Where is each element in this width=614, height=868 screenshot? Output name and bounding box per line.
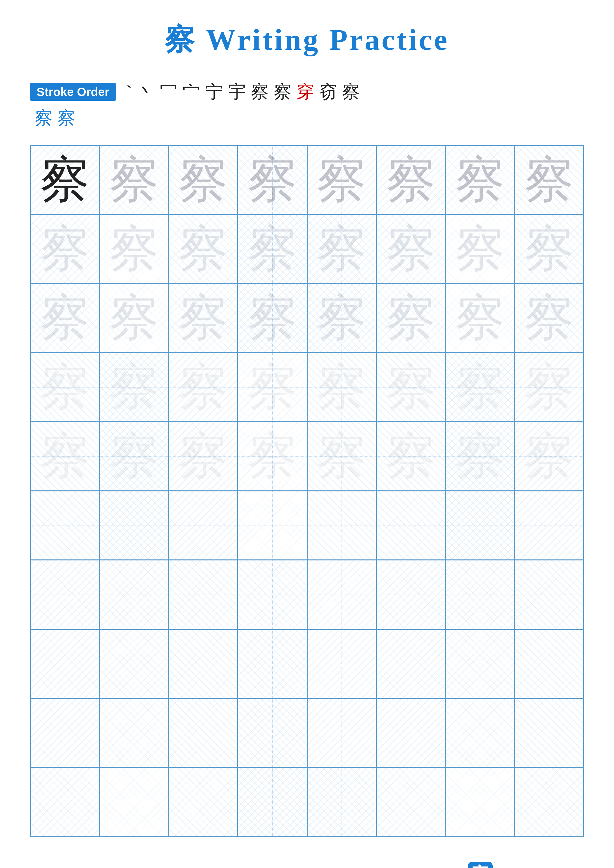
cell-diag [308,491,376,560]
grid-cell-6-1 [30,491,99,560]
cell-diag [238,491,306,560]
grid-cell-9-6 [376,698,445,767]
cell-diag [377,560,445,628]
grid-cell-9-1 [30,698,99,767]
footer-url[interactable]: https://www.strokeorder.com/chinese/察 [30,866,238,868]
char-display: 察 [40,363,90,412]
char-display: 察 [455,431,505,481]
grid-cell-2-6: 察 [376,214,445,283]
char-display: 察 [40,431,90,481]
grid-cell-9-4 [238,698,307,767]
cell-diag [238,630,306,698]
cell-diag [169,768,237,836]
char-display: 察 [455,293,505,343]
grid-row-3: 察 察 察 察 察 察 察 [30,284,584,353]
footer-logo: 字 [468,862,493,868]
grid-cell-6-3 [169,491,238,560]
char-display: 察 [109,293,159,343]
grid-cell-10-3 [169,767,238,836]
grid-cell-7-4 [238,560,307,629]
cell-diag [308,560,376,628]
stroke-2: 丶 [135,80,157,104]
grid-cell-4-6: 察 [376,353,445,422]
grid-cell-4-8: 察 [515,353,584,422]
grid-cell-6-4 [238,491,307,560]
char-display: 察 [524,363,574,412]
stroke-10: 窃 [317,80,340,104]
grid-cell-2-1: 察 [30,214,99,283]
stroke-8: 察 [271,80,294,104]
char-display: 察 [109,431,159,481]
grid-cell-10-8 [515,767,584,836]
grid-cell-6-8 [515,491,584,560]
grid-cell-3-6: 察 [376,284,445,353]
grid-cell-6-6 [376,491,445,560]
stroke-11: 察 [340,80,362,104]
grid-row-8 [30,629,584,698]
char-display: 察 [317,363,366,412]
char-display: 察 [40,155,90,205]
char-display: 察 [317,224,366,274]
char-display: 察 [524,155,574,205]
grid-cell-8-3 [169,629,238,698]
grid-cell-10-7 [445,767,515,836]
grid-cell-8-8 [515,629,584,698]
grid-cell-1-3: 察 [169,145,238,214]
char-display: 察 [248,224,297,274]
cell-diag [446,768,514,836]
cell-diag [308,699,376,767]
stroke-extra-2: 察 [55,106,78,130]
title-text: Writing Practice [196,23,449,56]
char-display: 察 [524,224,574,274]
char-display: 察 [524,431,574,481]
grid-row-1: 察 察 察 察 察 察 察 [30,145,584,214]
grid-cell-3-2: 察 [99,284,168,353]
grid-cell-1-8: 察 [515,145,584,214]
grid-row-10 [30,767,584,836]
grid-cell-10-5 [307,767,376,836]
char-display: 察 [455,155,505,205]
grid-cell-4-2: 察 [99,353,168,422]
grid-cell-4-1: 察 [30,353,99,422]
page: 察 Writing Practice Stroke Order ` 丶 冖 宀 … [0,0,614,868]
grid-cell-8-4 [238,629,307,698]
cell-diag [238,768,306,836]
char-display: 察 [386,293,436,343]
grid-cell-5-8: 察 [515,422,584,491]
grid-cell-9-5 [307,698,376,767]
char-display: 察 [40,293,90,343]
grid-cell-10-4 [238,767,307,836]
grid-cell-8-2 [99,629,168,698]
cell-diag [515,768,583,836]
grid-row-4: 察 察 察 察 察 察 察 [30,353,584,422]
grid-row-2: 察 察 察 察 察 察 察 [30,214,584,283]
grid-row-9 [30,698,584,767]
grid-cell-5-7: 察 [445,422,515,491]
grid-row-7 [30,560,584,629]
grid-cell-8-6 [376,629,445,698]
cell-diag [515,560,583,628]
char-display: 察 [248,363,297,412]
char-display: 察 [386,431,436,481]
grid-cell-1-6: 察 [376,145,445,214]
grid-cell-9-3 [169,698,238,767]
grid-cell-5-6: 察 [376,422,445,491]
stroke-order-section: Stroke Order ` 丶 冖 宀 宁 宇 察 察 穿 窃 察 察 察 [30,80,584,130]
stroke-7: 察 [249,80,271,104]
grid-cell-7-8 [515,560,584,629]
grid-cell-6-2 [99,491,168,560]
grid-cell-1-1: 察 [30,145,99,214]
cell-diag [446,630,514,698]
char-display: 察 [317,155,366,205]
title-chinese-char: 察 [165,23,196,56]
cell-diag [515,630,583,698]
cell-diag [100,630,168,698]
grid-cell-4-7: 察 [445,353,515,422]
char-display: 察 [109,224,159,274]
stroke-3: 冖 [157,80,180,104]
stroke-1: ` [124,82,135,102]
grid-cell-6-7 [445,491,515,560]
page-title: 察 Writing Practice [165,20,449,60]
cell-diag [377,699,445,767]
stroke-9: 穿 [294,80,317,104]
